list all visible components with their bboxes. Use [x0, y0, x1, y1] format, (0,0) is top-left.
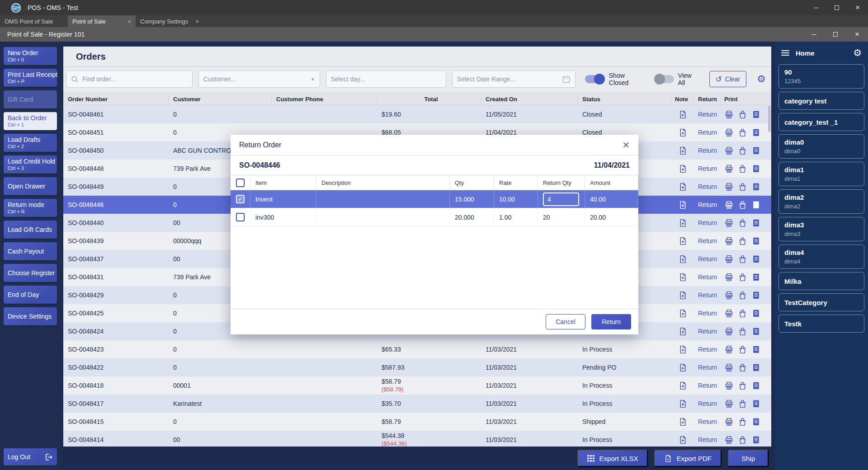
sidebar-button[interactable]: Back to Order Ctrl + 1: [4, 112, 57, 130]
sidebar-button[interactable]: Load Drafts Ctrl + 2: [4, 134, 57, 152]
sidebar-button[interactable]: Open Drawer: [4, 177, 57, 195]
categories-gear-icon[interactable]: ⚙: [853, 47, 862, 58]
return-link[interactable]: Return: [698, 165, 717, 172]
print-receipt-icon[interactable]: [724, 110, 734, 119]
print-gift-receipt-icon[interactable]: [738, 327, 747, 336]
return-link[interactable]: Return: [698, 310, 717, 317]
tab-close-icon[interactable]: ×: [127, 18, 131, 25]
close-icon[interactable]: ×: [847, 0, 868, 15]
print-gift-receipt-icon[interactable]: [738, 200, 747, 210]
print-receipt-icon[interactable]: [724, 164, 734, 174]
add-note-icon[interactable]: [678, 110, 688, 119]
return-link[interactable]: Return: [698, 219, 717, 226]
item-checkbox[interactable]: ✓: [236, 195, 245, 203]
table-settings-gear-icon[interactable]: ⚙: [757, 73, 766, 85]
table-scrollbar[interactable]: [768, 106, 771, 132]
print-list-icon[interactable]: [751, 291, 761, 300]
print-gift-receipt-icon[interactable]: [738, 164, 747, 174]
sidebar-button[interactable]: Cash Payout: [4, 242, 57, 260]
cancel-button[interactable]: Cancel: [546, 314, 585, 329]
add-note-icon[interactable]: [678, 164, 688, 174]
print-list-icon[interactable]: [751, 363, 761, 372]
print-receipt-icon[interactable]: [724, 381, 734, 390]
print-gift-receipt-icon[interactable]: [738, 146, 747, 155]
sidebar-button[interactable]: End of Day: [4, 286, 57, 304]
print-list-icon[interactable]: [751, 309, 761, 318]
inner-close-icon[interactable]: ×: [846, 27, 868, 42]
print-list-icon[interactable]: [751, 435, 761, 445]
order-row[interactable]: SO-0048461 0 $19.60 11/05/2021 Closed Re…: [63, 105, 771, 123]
add-note-icon[interactable]: [678, 363, 688, 372]
select-day-dropdown[interactable]: ▼: [326, 70, 446, 88]
print-receipt-icon[interactable]: [724, 146, 734, 155]
print-gift-receipt-icon[interactable]: [738, 417, 747, 427]
print-list-icon[interactable]: [751, 146, 761, 155]
return-link[interactable]: Return: [698, 111, 717, 118]
return-link[interactable]: Return: [698, 328, 717, 335]
print-list-icon[interactable]: [751, 399, 761, 409]
add-note-icon[interactable]: [678, 146, 688, 155]
sidebar-button[interactable]: Device Settings: [4, 307, 57, 325]
return-link[interactable]: Return: [698, 201, 717, 208]
print-gift-receipt-icon[interactable]: [738, 435, 747, 445]
modal-close-icon[interactable]: ✕: [622, 140, 630, 150]
print-gift-receipt-icon[interactable]: [738, 254, 747, 264]
order-row[interactable]: SO-0048422 0 $587.93 11/03/2021 Pending …: [63, 358, 771, 376]
print-gift-receipt-icon[interactable]: [738, 363, 747, 372]
category-card[interactable]: dima1 dima1: [778, 162, 864, 186]
print-gift-receipt-icon[interactable]: [738, 182, 747, 192]
order-row[interactable]: SO-0048415 0 $58.79 11/03/2021 Shipped R…: [63, 413, 771, 431]
sidebar-button[interactable]: New Order Ctrl + 0: [4, 47, 57, 65]
print-list-icon[interactable]: [751, 327, 761, 336]
category-card[interactable]: category test: [778, 92, 864, 110]
print-list-icon[interactable]: [751, 164, 761, 174]
print-receipt-icon[interactable]: [724, 254, 734, 264]
return-link[interactable]: Return: [698, 237, 717, 244]
tab-close-icon[interactable]: ×: [195, 18, 199, 25]
print-gift-receipt-icon[interactable]: [738, 128, 747, 137]
return-link[interactable]: Return: [698, 129, 717, 136]
calendar-icon[interactable]: [562, 75, 571, 84]
return-item-row[interactable]: ✓ Invent 15.000 10.00 40.00: [231, 190, 638, 208]
add-note-icon[interactable]: [678, 381, 688, 390]
print-gift-receipt-icon[interactable]: [738, 218, 747, 228]
return-link[interactable]: Return: [698, 400, 717, 407]
print-receipt-icon[interactable]: [724, 417, 734, 427]
print-list-icon[interactable]: [751, 254, 761, 264]
print-list-icon[interactable]: [751, 218, 761, 228]
return-button[interactable]: Return: [591, 314, 631, 329]
print-list-icon[interactable]: [751, 345, 761, 354]
print-list-icon[interactable]: [751, 200, 761, 210]
print-receipt-icon[interactable]: [724, 309, 734, 318]
print-receipt-icon[interactable]: [724, 128, 734, 137]
customer-filter-dropdown[interactable]: ▼: [198, 70, 320, 88]
add-note-icon[interactable]: [678, 345, 688, 354]
return-link[interactable]: Return: [698, 382, 717, 389]
minimize-icon[interactable]: [806, 0, 826, 15]
return-qty-input[interactable]: [543, 193, 579, 206]
add-note-icon[interactable]: [678, 182, 688, 192]
print-receipt-icon[interactable]: [724, 236, 734, 246]
print-receipt-icon[interactable]: [724, 182, 734, 192]
show-closed-toggle[interactable]: Show Closed: [585, 72, 645, 86]
print-gift-receipt-icon[interactable]: [738, 399, 747, 409]
maximize-icon[interactable]: [826, 0, 847, 15]
sidebar-button[interactable]: Load Credit Hold Ctrl + 3: [4, 155, 57, 174]
print-gift-receipt-icon[interactable]: [738, 309, 747, 318]
category-card[interactable]: dima0 dima0: [778, 134, 864, 159]
export-pdf-button[interactable]: Export PDF: [654, 450, 722, 467]
return-link[interactable]: Return: [698, 436, 717, 443]
return-link[interactable]: Return: [698, 147, 717, 154]
tab-point-of-sale[interactable]: Point of Sale ×: [68, 15, 136, 27]
category-card[interactable]: TestCategory: [778, 293, 864, 311]
export-xlsx-button[interactable]: Export XLSX: [577, 450, 648, 467]
print-receipt-icon[interactable]: [724, 399, 734, 409]
add-note-icon[interactable]: [678, 327, 688, 336]
add-note-icon[interactable]: [678, 200, 688, 210]
add-note-icon[interactable]: [678, 399, 688, 409]
date-range-input[interactable]: [457, 75, 558, 83]
print-gift-receipt-icon[interactable]: [738, 273, 747, 282]
customer-filter-input[interactable]: [203, 75, 307, 83]
print-gift-receipt-icon[interactable]: [738, 236, 747, 246]
return-item-row[interactable]: inv300 20.000 1.00 20 20.00: [231, 208, 638, 226]
